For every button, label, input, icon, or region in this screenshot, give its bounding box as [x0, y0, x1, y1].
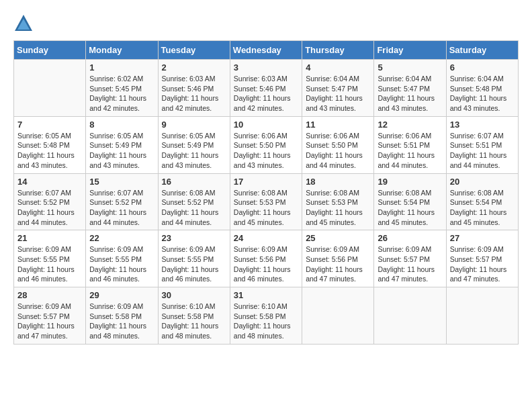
calendar-cell: 9Sunrise: 6:05 AMSunset: 5:49 PMDaylight…: [158, 116, 230, 173]
page-header: [13, 13, 519, 34]
day-number: 16: [162, 177, 226, 187]
day-info: Sunrise: 6:09 AMSunset: 5:56 PMDaylight:…: [234, 244, 298, 284]
day-info: Sunrise: 6:08 AMSunset: 5:53 PMDaylight:…: [306, 188, 370, 228]
calendar-cell: 22Sunrise: 6:09 AMSunset: 5:55 PMDayligh…: [86, 230, 158, 287]
calendar-cell: 15Sunrise: 6:07 AMSunset: 5:52 PMDayligh…: [86, 173, 158, 230]
day-number: 5: [378, 62, 442, 73]
day-info: Sunrise: 6:05 AMSunset: 5:48 PMDaylight:…: [17, 131, 82, 171]
calendar-cell: 30Sunrise: 6:10 AMSunset: 5:58 PMDayligh…: [158, 287, 230, 345]
day-info: Sunrise: 6:03 AMSunset: 5:46 PMDaylight:…: [162, 74, 226, 113]
day-info: Sunrise: 6:04 AMSunset: 5:48 PMDaylight:…: [450, 74, 515, 113]
calendar-cell: 12Sunrise: 6:06 AMSunset: 5:51 PMDayligh…: [374, 116, 446, 173]
day-number: 4: [306, 62, 370, 73]
day-info: Sunrise: 6:08 AMSunset: 5:54 PMDaylight:…: [450, 188, 515, 228]
day-number: 29: [89, 290, 154, 300]
calendar-cell: 14Sunrise: 6:07 AMSunset: 5:52 PMDayligh…: [14, 173, 86, 230]
day-info: Sunrise: 6:07 AMSunset: 5:52 PMDaylight:…: [89, 188, 154, 228]
day-number: 3: [234, 62, 298, 73]
header-day-tuesday: Tuesday: [158, 41, 230, 60]
day-info: Sunrise: 6:07 AMSunset: 5:52 PMDaylight:…: [17, 188, 82, 228]
day-number: 21: [17, 233, 82, 243]
header-day-thursday: Thursday: [302, 41, 374, 60]
day-info: Sunrise: 6:02 AMSunset: 5:45 PMDaylight:…: [89, 74, 154, 113]
week-row-2: 14Sunrise: 6:07 AMSunset: 5:52 PMDayligh…: [14, 173, 519, 230]
day-info: Sunrise: 6:09 AMSunset: 5:55 PMDaylight:…: [162, 244, 226, 284]
day-number: 2: [162, 62, 226, 73]
calendar-cell: 23Sunrise: 6:09 AMSunset: 5:55 PMDayligh…: [158, 230, 230, 287]
day-number: 8: [89, 120, 154, 130]
day-info: Sunrise: 6:09 AMSunset: 5:57 PMDaylight:…: [17, 302, 82, 341]
day-number: 30: [162, 290, 226, 300]
day-number: 25: [306, 233, 370, 243]
week-row-4: 28Sunrise: 6:09 AMSunset: 5:57 PMDayligh…: [14, 287, 519, 345]
calendar-cell: 13Sunrise: 6:07 AMSunset: 5:51 PMDayligh…: [446, 116, 518, 173]
day-info: Sunrise: 6:04 AMSunset: 5:47 PMDaylight:…: [378, 74, 442, 113]
day-info: Sunrise: 6:09 AMSunset: 5:57 PMDaylight:…: [450, 244, 515, 284]
calendar-cell: 21Sunrise: 6:09 AMSunset: 5:55 PMDayligh…: [14, 230, 86, 287]
calendar-cell: [14, 60, 86, 117]
day-number: 11: [306, 120, 370, 130]
day-number: 26: [378, 233, 442, 243]
calendar-cell: 19Sunrise: 6:08 AMSunset: 5:54 PMDayligh…: [374, 173, 446, 230]
day-info: Sunrise: 6:08 AMSunset: 5:52 PMDaylight:…: [162, 188, 226, 228]
day-number: 18: [306, 177, 370, 187]
day-number: 10: [234, 120, 298, 130]
day-number: 15: [89, 177, 154, 187]
week-row-3: 21Sunrise: 6:09 AMSunset: 5:55 PMDayligh…: [14, 230, 519, 287]
calendar-cell: 11Sunrise: 6:06 AMSunset: 5:50 PMDayligh…: [302, 116, 374, 173]
header-day-monday: Monday: [86, 41, 158, 60]
day-info: Sunrise: 6:10 AMSunset: 5:58 PMDaylight:…: [162, 302, 226, 341]
calendar-cell: 25Sunrise: 6:09 AMSunset: 5:56 PMDayligh…: [302, 230, 374, 287]
calendar-cell: 3Sunrise: 6:03 AMSunset: 5:46 PMDaylight…: [230, 60, 302, 117]
day-info: Sunrise: 6:03 AMSunset: 5:46 PMDaylight:…: [234, 74, 298, 113]
calendar-cell: 16Sunrise: 6:08 AMSunset: 5:52 PMDayligh…: [158, 173, 230, 230]
header-day-wednesday: Wednesday: [230, 41, 302, 60]
calendar-cell: 7Sunrise: 6:05 AMSunset: 5:48 PMDaylight…: [14, 116, 86, 173]
day-number: 23: [162, 233, 226, 243]
calendar-header: SundayMondayTuesdayWednesdayThursdayFrid…: [14, 41, 519, 60]
day-info: Sunrise: 6:06 AMSunset: 5:50 PMDaylight:…: [306, 131, 370, 171]
calendar-cell: 6Sunrise: 6:04 AMSunset: 5:48 PMDaylight…: [446, 60, 518, 117]
day-info: Sunrise: 6:08 AMSunset: 5:54 PMDaylight:…: [378, 188, 442, 228]
day-info: Sunrise: 6:04 AMSunset: 5:47 PMDaylight:…: [306, 74, 370, 113]
calendar-cell: 29Sunrise: 6:09 AMSunset: 5:58 PMDayligh…: [86, 287, 158, 345]
calendar-cell: 18Sunrise: 6:08 AMSunset: 5:53 PMDayligh…: [302, 173, 374, 230]
day-number: 20: [450, 177, 515, 187]
header-day-saturday: Saturday: [446, 41, 518, 60]
day-number: 9: [162, 120, 226, 130]
calendar-cell: [302, 287, 374, 345]
week-row-0: 1Sunrise: 6:02 AMSunset: 5:45 PMDaylight…: [14, 60, 519, 117]
calendar-cell: [446, 287, 518, 345]
day-info: Sunrise: 6:06 AMSunset: 5:50 PMDaylight:…: [234, 131, 298, 171]
calendar-cell: 20Sunrise: 6:08 AMSunset: 5:54 PMDayligh…: [446, 173, 518, 230]
calendar-cell: 2Sunrise: 6:03 AMSunset: 5:46 PMDaylight…: [158, 60, 230, 117]
day-number: 13: [450, 120, 515, 130]
day-number: 22: [89, 233, 154, 243]
day-info: Sunrise: 6:09 AMSunset: 5:55 PMDaylight:…: [89, 244, 154, 284]
day-number: 27: [450, 233, 515, 243]
week-row-1: 7Sunrise: 6:05 AMSunset: 5:48 PMDaylight…: [14, 116, 519, 173]
calendar-cell: 17Sunrise: 6:08 AMSunset: 5:53 PMDayligh…: [230, 173, 302, 230]
day-info: Sunrise: 6:06 AMSunset: 5:51 PMDaylight:…: [378, 131, 442, 171]
day-number: 14: [17, 177, 82, 187]
day-number: 6: [450, 62, 515, 73]
day-number: 1: [89, 62, 154, 73]
calendar-cell: 24Sunrise: 6:09 AMSunset: 5:56 PMDayligh…: [230, 230, 302, 287]
calendar-cell: 4Sunrise: 6:04 AMSunset: 5:47 PMDaylight…: [302, 60, 374, 117]
day-number: 17: [234, 177, 298, 187]
header-day-friday: Friday: [374, 41, 446, 60]
calendar-cell: 31Sunrise: 6:10 AMSunset: 5:58 PMDayligh…: [230, 287, 302, 345]
day-info: Sunrise: 6:05 AMSunset: 5:49 PMDaylight:…: [162, 131, 226, 171]
day-number: 7: [17, 120, 82, 130]
calendar-cell: 5Sunrise: 6:04 AMSunset: 5:47 PMDaylight…: [374, 60, 446, 117]
calendar-cell: [374, 287, 446, 345]
calendar-cell: 10Sunrise: 6:06 AMSunset: 5:50 PMDayligh…: [230, 116, 302, 173]
calendar-cell: 1Sunrise: 6:02 AMSunset: 5:45 PMDaylight…: [86, 60, 158, 117]
day-number: 12: [378, 120, 442, 130]
day-info: Sunrise: 6:09 AMSunset: 5:58 PMDaylight:…: [89, 302, 154, 341]
calendar-cell: 26Sunrise: 6:09 AMSunset: 5:57 PMDayligh…: [374, 230, 446, 287]
logo-icon: [13, 13, 34, 34]
header-row: SundayMondayTuesdayWednesdayThursdayFrid…: [14, 41, 519, 60]
day-info: Sunrise: 6:08 AMSunset: 5:53 PMDaylight:…: [234, 188, 298, 228]
calendar-cell: 27Sunrise: 6:09 AMSunset: 5:57 PMDayligh…: [446, 230, 518, 287]
